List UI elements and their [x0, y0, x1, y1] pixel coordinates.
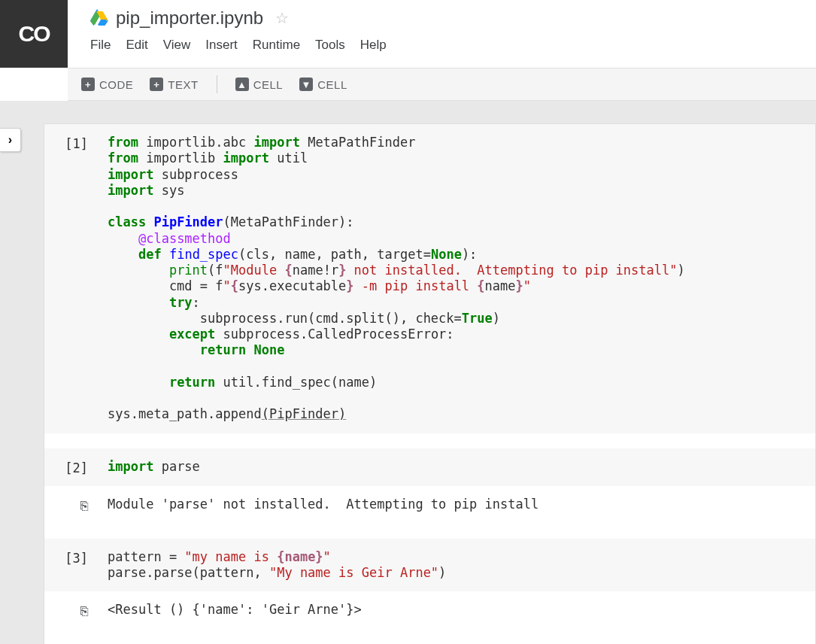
- move-cell-down-button[interactable]: ▼ CELL: [293, 74, 353, 94]
- cell-prompt: [1]: [44, 135, 99, 423]
- toolbar: + CODE + TEXT ▲ CELL ▼ CELL: [68, 68, 816, 101]
- menu-help[interactable]: Help: [360, 38, 387, 53]
- arrow-up-icon: ▲: [235, 77, 249, 91]
- code-cell[interactable]: [1] from importlib.abc import MetaPathFi…: [44, 124, 815, 433]
- cell-code-content[interactable]: import parse: [99, 459, 815, 475]
- menu-bar: File Edit View Insert Runtime Tools Help: [90, 35, 801, 60]
- sidebar-toggle-button[interactable]: ›: [0, 128, 21, 152]
- menu-runtime[interactable]: Runtime: [253, 38, 300, 53]
- logo-text: CO: [19, 21, 50, 47]
- code-cell[interactable]: [3] pattern = "my name is {name}" parse.…: [44, 539, 815, 592]
- output-icon: ⎘: [80, 603, 88, 618]
- add-code-cell-button[interactable]: + CODE: [75, 74, 139, 94]
- code-cell[interactable]: [2] import parse: [44, 448, 815, 486]
- toolbar-divider: [217, 75, 217, 93]
- toolbar-cell-down-label: CELL: [317, 78, 347, 91]
- cell-prompt: [2]: [44, 459, 99, 475]
- cell-prompt: [3]: [44, 549, 99, 582]
- cell-code-content[interactable]: pattern = "my name is {name}" parse.pars…: [99, 549, 815, 582]
- google-drive-icon: [90, 9, 108, 27]
- toolbar-text-label: TEXT: [168, 78, 198, 91]
- toolbar-cell-up-label: CELL: [253, 78, 284, 91]
- menu-tools[interactable]: Tools: [315, 38, 345, 53]
- plus-icon: +: [81, 77, 95, 91]
- toolbar-code-label: CODE: [99, 78, 133, 91]
- move-cell-up-button[interactable]: ▲ CELL: [229, 74, 290, 94]
- star-icon[interactable]: ☆: [275, 9, 289, 27]
- cell-code-content[interactable]: from importlib.abc import MetaPathFinder…: [99, 135, 815, 423]
- colab-logo[interactable]: CO: [0, 0, 68, 68]
- chevron-right-icon: ›: [8, 133, 12, 147]
- cell-output: ⎘ <Result () {'name': 'Geir Arne'}>: [44, 591, 815, 629]
- arrow-down-icon: ▼: [299, 77, 313, 91]
- menu-insert[interactable]: Insert: [205, 38, 238, 53]
- menu-edit[interactable]: Edit: [126, 38, 147, 53]
- add-text-cell-button[interactable]: + TEXT: [144, 74, 204, 94]
- cell-output-content: Module 'parse' not installed. Attempting…: [99, 497, 815, 513]
- menu-view[interactable]: View: [163, 38, 191, 53]
- menu-file[interactable]: File: [90, 38, 111, 53]
- cell-output-content: <Result () {'name': 'Geir Arne'}>: [99, 602, 815, 618]
- plus-icon: +: [150, 77, 163, 91]
- notebook-cells-area: [1] from importlib.abc import MetaPathFi…: [44, 123, 816, 644]
- cell-output: ⎘ Module 'parse' not installed. Attempti…: [44, 486, 815, 524]
- notebook-filename[interactable]: pip_importer.ipynb: [116, 8, 263, 29]
- output-icon: ⎘: [80, 498, 88, 513]
